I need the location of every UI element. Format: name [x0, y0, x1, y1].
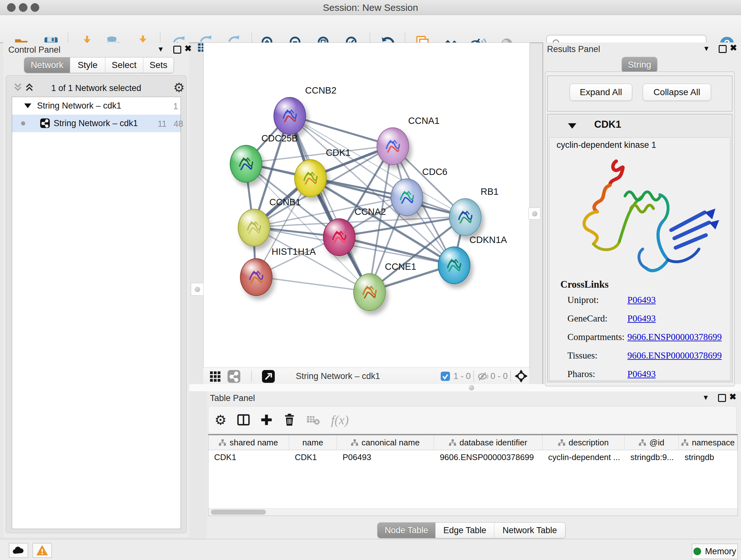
- detach-view-icon[interactable]: [262, 370, 275, 383]
- cloud-status-button[interactable]: [9, 543, 28, 558]
- control-panel-tab-sets[interactable]: Sets: [143, 57, 174, 73]
- table-tab-node-table[interactable]: Node Table: [378, 523, 435, 538]
- delete-column-trash-icon[interactable]: [282, 413, 296, 427]
- network-row-selected[interactable]: String Network – cdk1 11 48: [12, 115, 181, 132]
- cell-name[interactable]: CDK1: [289, 450, 337, 464]
- node-label-rb1: RB1: [481, 186, 498, 197]
- table-row[interactable]: CDK1CDK1P064939606.ENSP00000378699cyclin…: [208, 450, 738, 464]
- panel-float-icon[interactable]: [173, 46, 181, 54]
- network-node-ccne1[interactable]: [353, 273, 386, 311]
- title-bar: Session: New Session: [0, 0, 741, 15]
- panel-menu-icon[interactable]: ▾: [704, 394, 708, 400]
- memory-label: Memory: [705, 547, 736, 557]
- node-structure-icon: [246, 265, 266, 289]
- hidden-eye-slash-icon: [477, 372, 488, 381]
- warning-icon: [37, 545, 48, 556]
- table-settings-gear-icon[interactable]: ⚙: [213, 413, 227, 427]
- selected-checkbox-icon[interactable]: [441, 372, 450, 381]
- column-header-database-identifier[interactable]: database identifier: [434, 435, 542, 450]
- crosslink-link[interactable]: P06493: [627, 313, 656, 324]
- cell-shared-name[interactable]: CDK1: [208, 450, 289, 464]
- crosslink-link[interactable]: P06493: [627, 369, 656, 379]
- memory-ok-dot-icon: [693, 548, 701, 555]
- panel-float-icon[interactable]: [718, 394, 726, 402]
- control-panel: Control Panel ▾ ✖ NetworkStyleSelectSets…: [3, 43, 189, 537]
- column-header--id[interactable]: @id: [624, 435, 679, 450]
- network-node-cdc6[interactable]: [391, 179, 423, 216]
- results-tab-string[interactable]: String: [622, 57, 657, 73]
- panel-close-icon[interactable]: ✖: [729, 393, 737, 400]
- network-node-ccna1[interactable]: [377, 127, 409, 165]
- show-columns-icon[interactable]: [237, 413, 251, 427]
- scrollbar-thumb[interactable]: [211, 509, 266, 515]
- network-node-ccnb2[interactable]: [273, 97, 306, 135]
- cloud-icon: [12, 546, 24, 555]
- panel-menu-icon[interactable]: ▾: [158, 46, 163, 52]
- crosslink-link[interactable]: 9606.ENSP00000378699: [627, 332, 722, 342]
- fit-selected-crosshair-icon[interactable]: [514, 369, 528, 383]
- string-view-icon[interactable]: [227, 370, 240, 383]
- table-header-row: shared namenamecanonical namedatabase id…: [208, 435, 738, 450]
- warning-status-button[interactable]: [32, 543, 52, 558]
- node-label-hist1h1a: HIST1H1A: [272, 246, 316, 257]
- network-node-hist1h1a[interactable]: [240, 258, 273, 296]
- node-structure-icon: [300, 166, 320, 190]
- network-node-ccnb1[interactable]: [238, 209, 270, 246]
- cell--id[interactable]: stringdb:9...: [624, 450, 679, 464]
- network-options-gear-icon[interactable]: ⚙: [173, 80, 185, 95]
- crosslink-link[interactable]: P06493: [627, 295, 656, 305]
- tree-expander-icon[interactable]: [24, 104, 31, 108]
- network-collection-row[interactable]: String Network – cdk1 1: [12, 97, 181, 115]
- memory-button[interactable]: Memory: [692, 544, 738, 559]
- network-node-count: 11: [152, 119, 166, 129]
- cell-canonical-name[interactable]: P06493: [337, 450, 434, 464]
- panel-close-icon[interactable]: ✖: [730, 44, 737, 51]
- network-node-cdkn1a[interactable]: [438, 246, 470, 284]
- node-structure-icon: [279, 104, 300, 128]
- network-view-toolbar: String Network – cdk1 1 - 0 0 - 0: [203, 368, 529, 385]
- control-panel-tab-select[interactable]: Select: [105, 57, 143, 73]
- column-header-canonical-name[interactable]: canonical name: [337, 435, 434, 450]
- cell-description[interactable]: cyclin-dependent ...: [542, 450, 625, 464]
- node-structure-icon: [455, 205, 475, 229]
- entry-expander-icon[interactable]: [568, 123, 576, 129]
- column-tree-icon: [681, 439, 689, 446]
- right-splitter-handle[interactable]: [529, 207, 541, 220]
- table-tab-network-table[interactable]: Network Table: [494, 523, 565, 538]
- node-label-cdkn1a: CDKN1A: [469, 235, 507, 245]
- network-node-rb1[interactable]: [449, 198, 482, 236]
- collapse-all-button[interactable]: Collapse All: [643, 84, 711, 101]
- column-header-namespace[interactable]: namespace: [679, 435, 738, 450]
- table-tab-edge-table[interactable]: Edge Table: [435, 523, 494, 538]
- network-node-cdk1[interactable]: [294, 159, 327, 197]
- column-label: canonical name: [361, 438, 420, 448]
- column-header-shared-name[interactable]: shared name: [208, 435, 289, 450]
- cell-database-identifier[interactable]: 9606.ENSP00000378699: [434, 450, 542, 464]
- column-header-description[interactable]: description: [542, 435, 625, 450]
- expand-all-button[interactable]: Expand All: [569, 84, 632, 101]
- table-horizontal-scrollbar[interactable]: [208, 508, 738, 516]
- cell-namespace[interactable]: stringdb: [679, 450, 738, 464]
- network-list: String Network – cdk1 1 String Network –…: [12, 97, 181, 529]
- network-edge-count: 48: [169, 119, 183, 129]
- node-label-ccnb2: CCNB2: [305, 85, 336, 96]
- control-panel-tab-network[interactable]: Network: [24, 57, 70, 73]
- control-panel-tab-style[interactable]: Style: [70, 57, 105, 73]
- create-column-plus-icon[interactable]: [259, 413, 273, 427]
- panel-close-icon[interactable]: ✖: [185, 45, 192, 52]
- left-splitter-handle[interactable]: [191, 283, 204, 296]
- table-panel: Table Panel ▾ ✖ ⚙ f(x) shared namenameca…: [207, 391, 741, 539]
- panel-float-icon[interactable]: [719, 45, 727, 53]
- panel-menu-icon[interactable]: ▾: [704, 45, 709, 51]
- protein-structure-image: [562, 155, 728, 282]
- node-structure-icon: [444, 253, 464, 277]
- node-structure-icon: [329, 226, 349, 249]
- table-toolbar: ⚙ f(x): [208, 406, 737, 434]
- network-view-canvas[interactable]: CCNB2CCNA1CDC25BCDK1CDC6RB1CCNB1CCNA2CDK…: [203, 43, 530, 368]
- network-node-ccna2[interactable]: [323, 219, 355, 256]
- grid-view-icon[interactable]: [209, 370, 221, 382]
- network-edges: [204, 43, 529, 368]
- network-node-cdc25b[interactable]: [230, 145, 262, 183]
- crosslink-link[interactable]: 9606.ENSP00000378699: [627, 350, 722, 361]
- column-header-name[interactable]: name: [289, 435, 337, 450]
